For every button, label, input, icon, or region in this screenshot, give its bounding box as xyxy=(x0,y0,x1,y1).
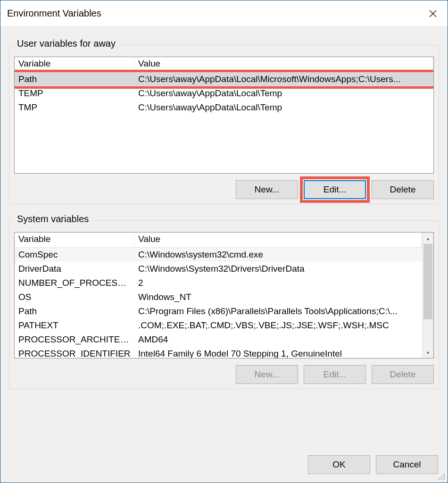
titlebar: Environment Variables xyxy=(0,0,448,27)
scroll-down-icon[interactable]: ▾ xyxy=(423,347,433,358)
cancel-button[interactable]: Cancel xyxy=(376,455,438,474)
cell-value: C:\Users\away\AppData\Local\Microsoft\Wi… xyxy=(134,74,433,84)
table-row[interactable]: OS Windows_NT xyxy=(15,290,422,304)
ok-button[interactable]: OK xyxy=(308,455,370,474)
scroll-thumb[interactable] xyxy=(423,244,432,319)
table-row[interactable]: DriverData C:\Windows\System32\Drivers\D… xyxy=(15,262,422,276)
table-row[interactable]: Path C:\Users\away\AppData\Local\Microso… xyxy=(15,72,433,86)
cell-variable: PROCESSOR_ARCHITECTURE xyxy=(15,334,134,345)
highlight-annotation: Path C:\Users\away\AppData\Local\Microso… xyxy=(14,70,434,89)
new-button[interactable]: New... xyxy=(236,365,298,384)
cell-value: C:\Users\away\AppData\Local\Temp xyxy=(134,88,433,99)
cell-variable: ComSpec xyxy=(15,250,134,260)
cell-value: AMD64 xyxy=(134,334,422,345)
system-variables-list[interactable]: Variable Value ComSpec C:\Windows\system… xyxy=(14,232,434,358)
user-variables-list[interactable]: Variable Value Path C:\Users\away\AppDat… xyxy=(14,57,434,174)
table-row[interactable]: ComSpec C:\Windows\system32\cmd.exe xyxy=(15,248,422,262)
dialog-footer: OK Cancel xyxy=(0,448,448,483)
cell-variable: PATHEXT xyxy=(15,320,134,331)
scrollbar[interactable]: ▴ ▾ xyxy=(422,233,433,358)
system-button-row: New... Edit... Delete xyxy=(14,365,434,384)
system-variables-label: System variables xyxy=(14,214,91,225)
user-variables-group: User variables for away Variable Value P… xyxy=(9,45,439,204)
table-row[interactable]: PATHEXT .COM;.EXE;.BAT;.CMD;.VBS;.VBE;.J… xyxy=(15,318,422,333)
table-row[interactable]: PROCESSOR_IDENTIFIER Intel64 Family 6 Mo… xyxy=(15,347,422,358)
system-variables-group: System variables Variable Value ComSpec … xyxy=(9,220,439,389)
cell-variable: NUMBER_OF_PROCESSORS xyxy=(15,278,134,288)
resize-grip-icon[interactable] xyxy=(437,472,445,480)
edit-button[interactable]: Edit... xyxy=(304,365,366,384)
cell-variable: Path xyxy=(15,306,134,316)
close-button[interactable] xyxy=(418,0,448,27)
delete-button[interactable]: Delete xyxy=(372,180,434,199)
col-variable[interactable]: Variable xyxy=(15,233,134,247)
cell-value: 2 xyxy=(134,278,422,288)
cell-value: C:\Users\away\AppData\Local\Temp xyxy=(134,102,433,113)
table-row[interactable]: Path C:\Program Files (x86)\Parallels\Pa… xyxy=(15,304,422,318)
env-vars-dialog: Environment Variables User variables for… xyxy=(0,0,448,483)
cell-variable: PROCESSOR_IDENTIFIER xyxy=(15,349,134,358)
cell-variable: OS xyxy=(15,292,134,302)
cell-variable: TEMP xyxy=(15,88,134,99)
dialog-content: User variables for away Variable Value P… xyxy=(0,27,448,448)
delete-button[interactable]: Delete xyxy=(372,365,434,384)
scroll-up-icon[interactable]: ▴ xyxy=(423,233,433,244)
user-variables-label: User variables for away xyxy=(14,38,118,49)
cell-variable: Path xyxy=(15,74,134,84)
cell-value: C:\Windows\system32\cmd.exe xyxy=(134,250,422,260)
cell-variable: TMP xyxy=(15,102,134,113)
table-row[interactable]: NUMBER_OF_PROCESSORS 2 xyxy=(15,276,422,290)
cell-variable: DriverData xyxy=(15,264,134,274)
scroll-track[interactable] xyxy=(423,319,433,347)
new-button[interactable]: New... xyxy=(236,180,298,199)
close-icon xyxy=(429,10,437,17)
cell-value: .COM;.EXE;.BAT;.CMD;.VBS;.VBE;.JS;.JSE;.… xyxy=(134,320,422,331)
cell-value: C:\Program Files (x86)\Parallels\Paralle… xyxy=(134,306,422,316)
list-header[interactable]: Variable Value xyxy=(15,233,422,248)
edit-button[interactable]: Edit... xyxy=(304,180,366,199)
col-value[interactable]: Value xyxy=(134,233,422,247)
window-title: Environment Variables xyxy=(7,8,101,19)
cell-value: Windows_NT xyxy=(134,292,422,302)
cell-value: C:\Windows\System32\Drivers\DriverData xyxy=(134,264,422,274)
user-button-row: New... Edit... Delete xyxy=(14,180,434,199)
table-row[interactable]: PROCESSOR_ARCHITECTURE AMD64 xyxy=(15,333,422,347)
cell-value: Intel64 Family 6 Model 70 Stepping 1, Ge… xyxy=(134,349,422,358)
table-row[interactable]: TMP C:\Users\away\AppData\Local\Temp xyxy=(15,100,433,115)
